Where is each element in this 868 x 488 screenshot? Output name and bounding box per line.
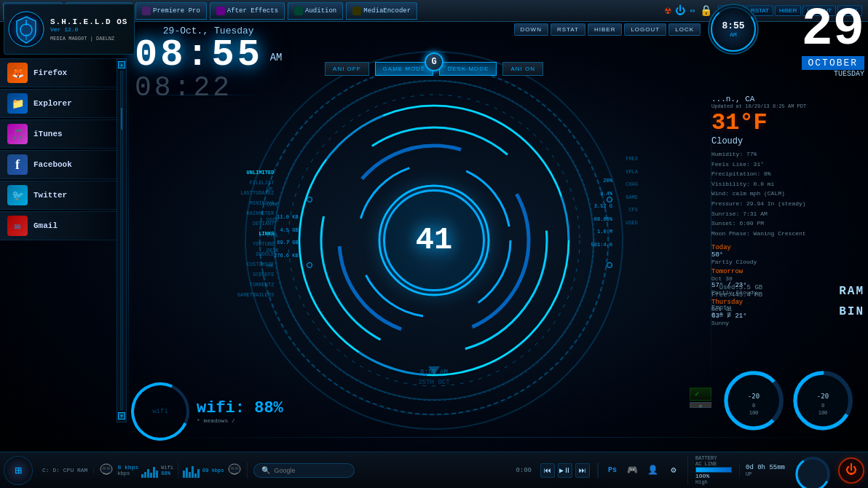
gmail-icon: ✉: [7, 216, 28, 236]
search-bar[interactable]: 🔍: [253, 463, 355, 478]
day-label: TUESDAY: [802, 70, 864, 78]
firefox-icon: 🦊: [7, 63, 28, 83]
person-icon: 👤: [645, 463, 661, 479]
down-sys-btn[interactable]: DOWN: [514, 23, 548, 36]
forecast-thursday-cond: Sunny: [711, 320, 864, 326]
taskbar-ps-icon[interactable]: Ps: [604, 463, 620, 479]
cs-icon: 🎮: [625, 463, 641, 479]
svg-text:100: 100: [749, 410, 758, 416]
shield-logo-icon: [8, 11, 44, 47]
svg-text:0: 0: [751, 403, 754, 409]
ram-display: Used:3.5 GB Free:445.4 MB RAM Empty 0.0 …: [711, 284, 864, 319]
time-display: 08:55 AM: [135, 36, 282, 74]
x-button-area: ✕: [690, 402, 711, 408]
svg-text:0: 0: [821, 403, 824, 409]
ani-off-button[interactable]: ANI OFF: [325, 62, 369, 76]
download-speed: 8 kbps: [117, 464, 138, 471]
svg-point-27: [103, 467, 106, 470]
sidebar-item-gmail[interactable]: ✉ Gmail: [0, 211, 117, 240]
app-tab-premiere[interactable]: Premiere Pro: [135, 2, 207, 20]
logout-sys-btn[interactable]: LOGOUT: [624, 23, 666, 36]
shield-header: S.H.I.E.L.D OS Ver 12.0 MEDIA MAGG0T | D…: [4, 4, 135, 55]
clock-ring: 8:55 AM: [708, 4, 759, 55]
sidebar-item-firefox[interactable]: 🦊 Firefox: [0, 58, 117, 87]
rstat-sys-btn[interactable]: RSTAT: [551, 23, 585, 36]
weather-updated: Updated at 10/29/13 8:25 AM PDT: [711, 103, 864, 109]
gauges-panel: -20 0 100 -20 0 100: [711, 357, 864, 444]
bottom-path: C: D: CPU RAM: [36, 467, 94, 473]
taskbar-gear-icon[interactable]: ⚙: [666, 463, 682, 479]
app-tab-audition[interactable]: Audition: [288, 2, 343, 20]
hud-right-labels: FRE8 XPLA CHAG GAME CFS USED: [626, 153, 638, 229]
weather-temp: 31°F: [711, 109, 864, 136]
twitter-icon: 🐦: [7, 185, 28, 205]
sidebar-item-explorer[interactable]: 📁 Explorer: [0, 89, 117, 118]
sidebar-item-itunes[interactable]: 🎵 iTunes: [0, 119, 117, 149]
ram-used: Used:3.5 GB: [711, 284, 762, 291]
desk-mode-button[interactable]: DESK MODE: [439, 62, 497, 76]
desktop: Photoshop Illustrator Premiere Pro After…: [0, 0, 868, 488]
core-number: 41: [416, 223, 452, 258]
ram-row: Used:3.5 GB Free:445.4 MB RAM: [711, 284, 864, 299]
hiber-sys-btn[interactable]: HIBER: [588, 23, 622, 36]
bin-size: 0.0 B: [711, 312, 731, 319]
power-button[interactable]: ⏻: [838, 457, 864, 484]
wifi-panel: wifi wifi: 88% * meadows /: [131, 382, 283, 441]
app-tab-mediaencoder[interactable]: MediaEncoder: [346, 2, 417, 20]
gauge-left-svg: -20 0 100: [721, 368, 786, 433]
g-button[interactable]: G: [425, 52, 443, 71]
search-input[interactable]: [274, 467, 347, 474]
svg-point-30: [231, 467, 234, 470]
lock-sys-btn[interactable]: LOCK: [668, 23, 701, 36]
sidebar-item-twitter[interactable]: 🐦 Twitter: [0, 181, 117, 210]
hud-time-display: 8:55 AM 25TH OCT: [418, 369, 449, 386]
taskbar-cs-icon[interactable]: 🎮: [625, 463, 641, 479]
left-scrollbar: ▲ ▼: [117, 58, 127, 422]
uptime-label: UP: [746, 471, 785, 477]
taskbar-person-icon[interactable]: 👤: [645, 463, 661, 479]
sidebar-item-facebook[interactable]: f Facebook: [0, 150, 117, 179]
app-tab-aftereffects[interactable]: After Effects: [210, 2, 285, 20]
ps-icon: Ps: [604, 463, 620, 479]
shield-user: MEDIA MAGG0T | DAELNZ: [50, 36, 127, 42]
forecast-today-cond: Partly Cloudy: [711, 259, 864, 265]
top-right-clock: 8:55 AM: [708, 4, 759, 55]
uptime-display: 0d 0h 55mm UP: [739, 464, 791, 477]
svg-point-28: [107, 467, 111, 470]
forecast-today-temp: 50°: [711, 251, 864, 259]
alien-right-area: 09 kbps: [178, 463, 248, 479]
bin-status: Empty: [711, 304, 731, 312]
svg-text:100: 100: [818, 410, 827, 416]
wifi-circle: wifi: [131, 382, 189, 441]
top-system-btns: DOWN RSTAT HIBER LOGOUT LOCK: [514, 23, 701, 36]
next-button[interactable]: ⏭: [575, 463, 590, 478]
battery-display: BATTERY AC LINE 100% High: [687, 455, 739, 485]
time-ampm: AM: [270, 52, 283, 63]
explorer-icon: 📁: [7, 93, 28, 114]
scroll-up-button[interactable]: ▲: [118, 61, 125, 68]
wifi-ssid: * meadows /: [197, 417, 283, 424]
net-bars-left: [141, 463, 158, 478]
alien-right-icon: [226, 463, 242, 479]
prev-button[interactable]: ⏮: [540, 463, 555, 478]
play-pause-button[interactable]: ▶⏸: [558, 463, 572, 478]
scroll-down-button[interactable]: ▼: [118, 412, 125, 420]
media-time: 0:00: [510, 467, 537, 474]
hud-core: 41: [383, 189, 485, 291]
arrows-icon[interactable]: ⇔: [690, 5, 695, 16]
start-button[interactable]: ⊞: [4, 456, 33, 485]
radiation-icon[interactable]: ☢: [665, 4, 671, 17]
power-icon-top[interactable]: ⏻: [675, 5, 685, 17]
hiber-button[interactable]: HIBER: [775, 5, 801, 16]
taskbar-system: Ps 🎮 👤 ⚙: [598, 463, 687, 479]
wifi-percentage: wifi: 88%: [197, 399, 283, 417]
gauge-right-svg: -20 0 100: [790, 368, 856, 433]
ani-on-button[interactable]: ANI ON: [502, 62, 543, 76]
uptime-value: 0d 0h 55mm: [746, 464, 785, 471]
top-right-date: 29 OCTOBER TUESDAY: [802, 4, 864, 78]
weather-location: ...n., CA: [711, 95, 864, 103]
circle-marker-left-1: [307, 197, 312, 202]
taskbar-gauge-svg: [791, 452, 835, 489]
circle-marker-left-2: [307, 262, 312, 268]
alien-left-icon: [98, 463, 114, 479]
